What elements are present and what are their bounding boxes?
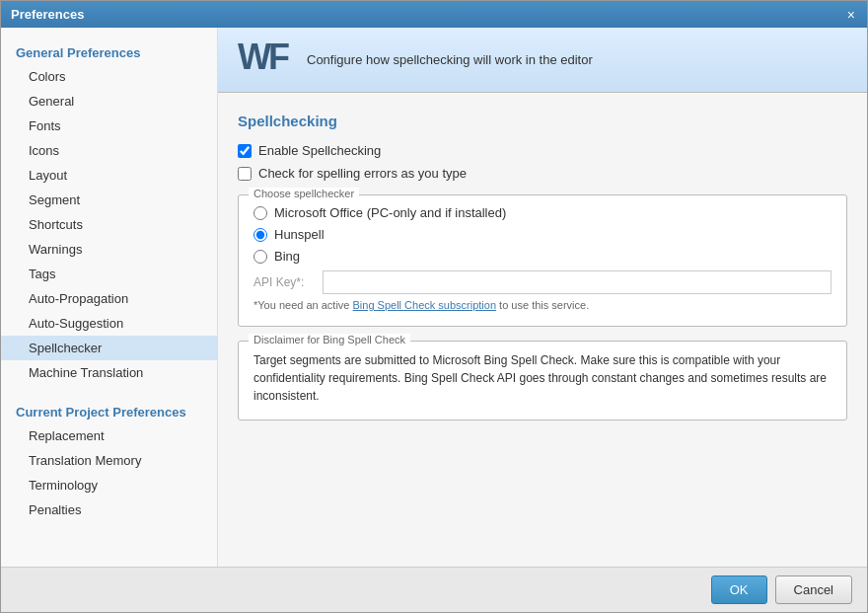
sidebar-item-shortcuts[interactable]: Shortcuts <box>1 212 217 237</box>
sidebar-item-segment[interactable]: Segment <box>1 188 217 212</box>
main-panel: WF Configure how spellchecking will work… <box>218 28 867 567</box>
ms-office-label: Microsoft Office (PC-only and if install… <box>274 205 506 220</box>
sidebar-item-fonts[interactable]: Fonts <box>1 114 217 138</box>
dialog-title: Preferences <box>11 7 84 22</box>
hunspell-label: Hunspell <box>274 227 325 242</box>
logo-svg: WF <box>238 38 292 75</box>
bing-radio[interactable] <box>253 250 267 264</box>
sidebar-item-tags[interactable]: Tags <box>1 262 217 286</box>
sidebar-item-warnings[interactable]: Warnings <box>1 237 217 262</box>
sidebar-item-penalties[interactable]: Penalties <box>1 498 217 522</box>
footer: OK Cancel <box>1 567 867 612</box>
sidebar-item-icons[interactable]: Icons <box>1 138 217 163</box>
sidebar-item-spellchecker[interactable]: Spellchecker <box>1 336 217 360</box>
bing-row: Bing <box>253 249 832 264</box>
enable-spellchecking-row: Enable Spellchecking <box>238 143 847 158</box>
project-preferences-heading: Current Project Preferences <box>1 397 217 423</box>
close-button[interactable]: × <box>845 8 857 22</box>
check-as-you-type-row: Check for spelling errors as you type <box>238 166 847 181</box>
hunspell-row: Hunspell <box>253 227 832 242</box>
app-logo: WF <box>238 38 292 82</box>
svg-text:WF: WF <box>238 38 289 75</box>
sidebar-item-replacement[interactable]: Replacement <box>1 423 217 448</box>
spellchecker-group-legend: Choose spellchecker <box>249 188 359 199</box>
check-as-you-type-label: Check for spelling errors as you type <box>258 166 467 181</box>
api-key-row: API Key*: <box>253 270 832 294</box>
disclaimer-text: Target segments are submitted to Microso… <box>253 351 832 405</box>
sidebar-item-auto-suggestion[interactable]: Auto-Suggestion <box>1 311 217 336</box>
sidebar: General Preferences Colors General Fonts… <box>1 28 218 567</box>
api-key-input[interactable] <box>323 270 832 294</box>
enable-spellchecking-label: Enable Spellchecking <box>258 143 381 158</box>
ok-button[interactable]: OK <box>711 575 767 604</box>
check-as-you-type-checkbox[interactable] <box>238 167 252 181</box>
sidebar-item-machine-translation[interactable]: Machine Translation <box>1 360 217 385</box>
ms-office-row: Microsoft Office (PC-only and if install… <box>253 205 832 220</box>
disclaimer-box: Disclaimer for Bing Spell Check Target s… <box>238 341 847 421</box>
sidebar-item-auto-propagation[interactable]: Auto-Propagation <box>1 286 217 311</box>
title-bar: Preferences × <box>1 1 867 28</box>
bing-subscription-link[interactable]: Bing Spell Check subscription <box>353 299 497 311</box>
api-note-end: to use this service. <box>499 299 589 311</box>
preferences-dialog: Preferences × General Preferences Colors… <box>0 0 868 613</box>
spellchecker-group: Choose spellchecker Microsoft Office (PC… <box>238 194 847 327</box>
ms-office-radio[interactable] <box>253 206 267 220</box>
sidebar-item-translation-memory[interactable]: Translation Memory <box>1 448 217 473</box>
main-header: WF Configure how spellchecking will work… <box>218 28 867 93</box>
main-content: Spellchecking Enable Spellchecking Check… <box>218 93 867 567</box>
hunspell-radio[interactable] <box>253 228 267 242</box>
enable-spellchecking-checkbox[interactable] <box>238 144 252 158</box>
sidebar-item-terminology[interactable]: Terminology <box>1 473 217 498</box>
spellchecking-title: Spellchecking <box>238 113 847 129</box>
sidebar-item-colors[interactable]: Colors <box>1 64 217 89</box>
sidebar-item-layout[interactable]: Layout <box>1 163 217 188</box>
sidebar-item-general[interactable]: General <box>1 89 217 114</box>
api-note-text: *You need an active <box>253 299 349 311</box>
bing-label: Bing <box>274 249 300 264</box>
header-description: Configure how spellchecking will work in… <box>307 52 593 67</box>
disclaimer-legend: Disclaimer for Bing Spell Check <box>249 334 410 345</box>
content-area: General Preferences Colors General Fonts… <box>1 28 867 567</box>
cancel-button[interactable]: Cancel <box>775 575 852 604</box>
general-preferences-heading: General Preferences <box>1 38 217 64</box>
api-note: *You need an active Bing Spell Check sub… <box>253 299 832 311</box>
api-key-label: API Key*: <box>253 275 313 289</box>
